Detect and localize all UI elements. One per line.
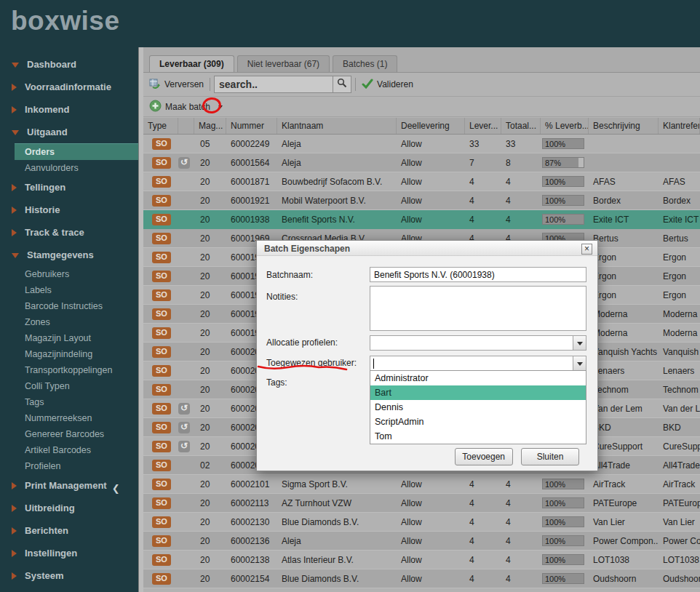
cell-klantreferentie: Technom <box>659 385 700 395</box>
refresh-button[interactable]: Verversen <box>147 78 206 92</box>
cell-klantreferentie: AirTrack <box>659 479 700 489</box>
cell-klantreferentie: BKD <box>659 423 700 433</box>
tab-niet-leverbaar-67[interactable]: Niet leverbaar (67) <box>237 55 330 73</box>
sidebar-item-berichten[interactable]: Berichten <box>0 519 138 542</box>
cell-beschrijving: Technom <box>589 385 659 395</box>
sidebar-item-stamgegevens[interactable]: Stamgegevens <box>0 244 138 266</box>
backorder-icon-cell: ↺ <box>178 554 194 566</box>
column-header-lever[interactable]: Lever... <box>465 118 501 134</box>
table-row[interactable]: SO ↺ 05 60002249 Aleja Allow 33 33 100% <box>143 135 700 153</box>
dropdown-option-bart[interactable]: Bart <box>370 385 586 400</box>
table-row[interactable]: SO ↺ 20 60002113 AZ Turnhout VZW Allow 4… <box>143 494 700 513</box>
sluiten-button[interactable]: Sluiten <box>521 448 579 465</box>
cell-leverbaar: 4 <box>465 536 501 546</box>
notities-textarea[interactable] <box>370 286 586 331</box>
tab-batches-1[interactable]: Batches (1) <box>333 55 397 73</box>
cell-klantreferentie: Ergon <box>659 252 700 263</box>
sidebar-subitem-magazijnindeling[interactable]: Magazijnindeling <box>0 346 138 362</box>
column-header-beschrijving[interactable]: Beschrijving <box>589 118 659 134</box>
table-row[interactable]: SO ↺ 20 60002138 Atlas Interieur B.V. Al… <box>143 551 700 569</box>
chevron-down-icon[interactable] <box>573 336 586 350</box>
column-header-klantrefer[interactable]: Klantrefer... <box>659 118 700 134</box>
order-type-badge-cell: SO <box>143 516 178 528</box>
cell-leverbaar: 33 <box>465 139 501 149</box>
app-header: boxwise <box>0 0 700 47</box>
table-row[interactable]: SO ↺ 20 60002130 Blue Diamonds B.V. Allo… <box>143 513 700 532</box>
table-row[interactable]: SO ↺ 20 60001564 Aleja Allow 7 8 87% <box>143 153 700 172</box>
sidebar-subitem-artikel-barcodes[interactable]: Artikel Barcodes <box>0 442 138 458</box>
table-row[interactable]: SO ↺ 20 60001938 Benefit Sports N.V. All… <box>143 210 700 229</box>
cell-klantreferentie: Moderna <box>659 309 700 319</box>
dropdown-option-dennis[interactable]: Dennis <box>370 400 586 415</box>
tags-label: Tags: <box>266 377 287 388</box>
allocatie-combobox[interactable] <box>370 335 586 351</box>
sidebar-item-tellingen[interactable]: Tellingen <box>0 176 138 199</box>
sidebar-scrollbar[interactable] <box>138 47 143 592</box>
app-window: boxwise Dashboard Voorraadinformatie Ink… <box>0 0 700 592</box>
sidebar-subitem-aanvulorders[interactable]: Aanvulorders <box>0 160 138 176</box>
sidebar-subitem-transportkoppelingen[interactable]: Transportkoppelingen <box>0 362 138 378</box>
sidebar-item-uitbreiding[interactable]: Uitbreiding <box>0 497 138 519</box>
sidebar-item-track-trace[interactable]: Track & trace <box>0 221 138 244</box>
sidebar-subitem-orders[interactable]: Orders <box>15 143 138 160</box>
sidebar-item-print-management[interactable]: Print Management ❮ <box>0 474 138 497</box>
cell-beschrijving: Moderna <box>589 328 659 338</box>
sidebar-item-instellingen[interactable]: Instellingen <box>0 542 138 564</box>
sidebar-item-systeem[interactable]: Systeem <box>0 564 138 587</box>
sidebar-item-uitgaand[interactable]: Uitgaand <box>0 121 138 143</box>
table-row[interactable]: SO ↺ <box>143 588 700 592</box>
cell-beschrijving: AFAS <box>589 177 659 187</box>
cell-klantnaam: Atlas Interieur B.V. <box>277 555 397 565</box>
sidebar-subitem-profielen[interactable]: Profielen <box>0 458 138 474</box>
sidebar-subitem-zones[interactable]: Zones <box>0 314 138 330</box>
sidebar-subitem-magazijn-layout[interactable]: Magazijn Layout <box>0 330 138 346</box>
sidebar-item-historie[interactable]: Historie <box>0 199 138 221</box>
close-icon[interactable]: × <box>581 244 592 255</box>
dropdown-option-administrator[interactable]: Administrator <box>370 371 586 385</box>
dropdown-option-scriptadmin[interactable]: ScriptAdmin <box>370 415 586 429</box>
column-header-totaal[interactable]: Totaal... <box>501 118 541 134</box>
cell-deellevering: Allow <box>397 517 465 527</box>
table-row[interactable]: SO ↺ 20 60002154 Blue Diamonds B.V. Allo… <box>143 569 700 588</box>
progress-bar: 100% <box>542 554 584 565</box>
sidebar-item-dashboard[interactable]: Dashboard <box>0 53 138 76</box>
column-header-leverb[interactable]: % Leverb... <box>541 118 589 134</box>
sidebar-item-inkomend[interactable]: Inkomend <box>0 98 138 121</box>
allocatie-label: Allocatie profielen: <box>266 337 338 348</box>
table-row[interactable]: SO ↺ 20 60002101 Sigma Sport B.V. Allow … <box>143 475 700 494</box>
dropdown-option-tom[interactable]: Tom <box>370 429 586 444</box>
batchnaam-input[interactable] <box>370 267 586 282</box>
validate-button[interactable]: Valideren <box>359 79 415 91</box>
chevron-down-icon[interactable] <box>573 356 586 370</box>
column-header-mag[interactable]: Mag... <box>194 118 226 134</box>
sidebar-subitem-colli-typen[interactable]: Colli Typen <box>0 378 138 394</box>
sidebar-subitem-nummerreeksen[interactable]: Nummerreeksen <box>0 410 138 426</box>
tab-leverbaar-309[interactable]: Leverbaar (309) <box>149 55 234 73</box>
collapse-chevron-icon[interactable]: ❮ <box>112 483 120 494</box>
sidebar-subitem-labels[interactable]: Labels <box>0 282 138 298</box>
cell-totaal: 8 <box>501 158 541 168</box>
search-button[interactable] <box>333 76 351 92</box>
column-header-klantnaam[interactable]: Klantnaam <box>277 118 397 134</box>
backorder-icon-cell: ↺ <box>178 479 194 490</box>
table-row[interactable]: SO ↺ 20 60001871 Bouwbedrijf Sofacom B.V… <box>143 172 700 191</box>
tab-strip: Leverbaar (309)Niet leverbaar (67)Batche… <box>143 47 700 72</box>
table-row[interactable]: SO ↺ 20 60002136 Aleja Allow 4 4 100% Po… <box>143 532 700 551</box>
toegewezen-gebruiker-combobox[interactable] <box>370 356 586 371</box>
dialog-title: Batch Eigenschapen <box>257 241 597 256</box>
table-row[interactable]: SO ↺ 20 60001921 Mobil Waterpoort B.V. A… <box>143 191 700 210</box>
toevoegen-button[interactable]: Toevoegen <box>455 448 513 465</box>
column-header-icon[interactable] <box>178 118 194 134</box>
cell-beschrijving: Oudshoorn <box>589 574 659 584</box>
sidebar-subitem-gebruikers[interactable]: Gebruikers <box>0 266 138 282</box>
sidebar-item-label: Voorraadinformatie <box>25 81 111 92</box>
sidebar-subitem-barcode-instructies[interactable]: Barcode Instructies <box>0 298 138 314</box>
column-header-nummer[interactable]: Nummer <box>226 118 277 134</box>
column-header-type[interactable]: Type <box>143 118 178 134</box>
sidebar-item-voorraadinformatie[interactable]: Voorraadinformatie <box>0 76 138 98</box>
sidebar-subitem-genereer-barcodes[interactable]: Genereer Barcodes <box>0 426 138 442</box>
sidebar-subitem-tags[interactable]: Tags <box>0 394 138 410</box>
cell-magazijn: 20 <box>194 196 226 206</box>
column-header-deellevering[interactable]: Deellevering <box>397 118 465 134</box>
search-input[interactable] <box>215 76 333 92</box>
